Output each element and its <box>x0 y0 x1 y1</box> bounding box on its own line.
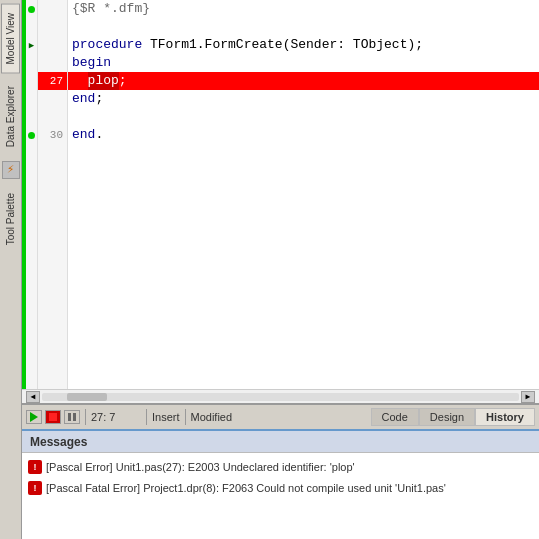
code-line-2 <box>68 18 539 36</box>
code-line-7 <box>68 108 539 126</box>
status-bar: 27: 7 Insert Modified Code Design Histor… <box>22 403 539 429</box>
messages-header: Messages <box>22 431 539 453</box>
gutter-marker-1 <box>26 0 37 18</box>
code-line-1: {$R *.dfm} <box>68 0 539 18</box>
status-divider-1 <box>85 409 86 425</box>
horizontal-scrollbar[interactable]: ◀ ▶ <box>22 389 539 403</box>
code-line-6: end; <box>68 90 539 108</box>
error-icon-2: ! <box>28 481 42 495</box>
messages-title: Messages <box>30 435 87 449</box>
stop-button[interactable] <box>45 410 61 424</box>
gutter-marker-3: ▶ <box>26 36 37 54</box>
tab-code[interactable]: Code <box>371 408 419 426</box>
line-num-1 <box>38 0 67 18</box>
line-numbers: 27 30 <box>38 0 68 389</box>
messages-list[interactable]: ! [Pascal Error] Unit1.pas(27): E2003 Un… <box>22 453 539 539</box>
line-num-7 <box>38 108 67 126</box>
line-num-2 <box>38 18 67 36</box>
status-divider-3 <box>185 409 186 425</box>
line-num-4 <box>38 54 67 72</box>
code-line-4: begin <box>68 54 539 72</box>
edit-mode: Insert <box>152 411 180 423</box>
sidebar-item-tool-palette[interactable]: Tool Palette <box>2 185 19 253</box>
message-item-1: ! [Pascal Error] Unit1.pas(27): E2003 Un… <box>28 457 533 478</box>
code-line-3: procedure TForm1.FormCreate(Sender: TObj… <box>68 36 539 54</box>
sidebar-item-data-explorer[interactable]: Data Explorer <box>2 78 19 155</box>
gutter-marker-2 <box>26 18 37 36</box>
code-content[interactable]: {$R *.dfm} procedure TForm1.FormCreate(S… <box>68 0 539 389</box>
gutter-marker-6 <box>26 90 37 108</box>
code-line-5-highlighted: plop; <box>68 72 539 90</box>
sidebar-icon-lightning[interactable]: ⚡ <box>2 161 20 179</box>
line-num-6 <box>38 90 67 108</box>
code-editor: ▶ <box>22 0 539 403</box>
editor-tabs: Code Design History <box>371 408 535 426</box>
gutter: ▶ <box>26 0 38 389</box>
gutter-marker-7 <box>26 108 37 126</box>
message-item-2: ! [Pascal Fatal Error] Project1.dpr(8): … <box>28 478 533 499</box>
status-divider-2 <box>146 409 147 425</box>
tab-history[interactable]: History <box>475 408 535 426</box>
tab-design[interactable]: Design <box>419 408 475 426</box>
pause-button[interactable] <box>64 410 80 424</box>
sidebar: Model View Data Explorer ⚡ Tool Palette <box>0 0 22 539</box>
line-num-5: 27 <box>38 72 67 90</box>
gutter-marker-8 <box>26 126 37 144</box>
line-num-3 <box>38 36 67 54</box>
gutter-marker-4 <box>26 54 37 72</box>
edit-state: Modified <box>191 411 233 423</box>
sidebar-item-model-view[interactable]: Model View <box>1 4 20 74</box>
code-line-8: end. <box>68 126 539 144</box>
gutter-marker-5 <box>26 72 37 90</box>
cursor-position: 27: 7 <box>91 411 141 423</box>
line-num-8: 30 <box>38 126 67 144</box>
error-icon-1: ! <box>28 460 42 474</box>
message-text-1: [Pascal Error] Unit1.pas(27): E2003 Unde… <box>46 459 355 476</box>
messages-panel: Messages ! [Pascal Error] Unit1.pas(27):… <box>22 429 539 539</box>
run-button[interactable] <box>26 410 42 424</box>
message-text-2: [Pascal Fatal Error] Project1.dpr(8): F2… <box>46 480 446 497</box>
